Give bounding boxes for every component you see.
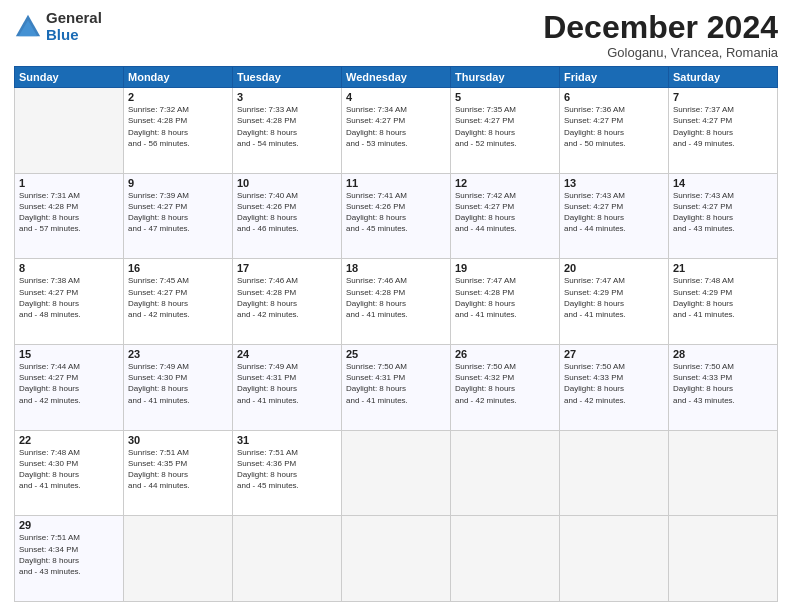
table-row xyxy=(15,88,124,174)
calendar-week-2: 8Sunrise: 7:38 AMSunset: 4:27 PMDaylight… xyxy=(15,259,778,345)
day-number: 22 xyxy=(19,434,119,446)
day-info: Sunrise: 7:43 AMSunset: 4:27 PMDaylight:… xyxy=(564,191,626,234)
col-thursday: Thursday xyxy=(451,67,560,88)
day-info: Sunrise: 7:50 AMSunset: 4:31 PMDaylight:… xyxy=(346,362,408,405)
day-info: Sunrise: 7:51 AMSunset: 4:34 PMDaylight:… xyxy=(19,533,81,576)
day-number: 14 xyxy=(673,177,773,189)
col-sunday: Sunday xyxy=(15,67,124,88)
day-number: 8 xyxy=(19,262,119,274)
day-info: Sunrise: 7:31 AMSunset: 4:28 PMDaylight:… xyxy=(19,191,81,234)
table-row: 24Sunrise: 7:49 AMSunset: 4:31 PMDayligh… xyxy=(233,345,342,431)
table-row: 4Sunrise: 7:34 AMSunset: 4:27 PMDaylight… xyxy=(342,88,451,174)
table-row: 28Sunrise: 7:50 AMSunset: 4:33 PMDayligh… xyxy=(669,345,778,431)
day-info: Sunrise: 7:44 AMSunset: 4:27 PMDaylight:… xyxy=(19,362,81,405)
table-row: 10Sunrise: 7:40 AMSunset: 4:26 PMDayligh… xyxy=(233,173,342,259)
day-number: 6 xyxy=(564,91,664,103)
day-info: Sunrise: 7:34 AMSunset: 4:27 PMDaylight:… xyxy=(346,105,408,148)
day-number: 29 xyxy=(19,519,119,531)
day-number: 12 xyxy=(455,177,555,189)
day-number: 26 xyxy=(455,348,555,360)
table-row: 2Sunrise: 7:32 AMSunset: 4:28 PMDaylight… xyxy=(124,88,233,174)
day-number: 5 xyxy=(455,91,555,103)
day-info: Sunrise: 7:33 AMSunset: 4:28 PMDaylight:… xyxy=(237,105,299,148)
day-number: 4 xyxy=(346,91,446,103)
table-row: 17Sunrise: 7:46 AMSunset: 4:28 PMDayligh… xyxy=(233,259,342,345)
calendar-week-1: 1Sunrise: 7:31 AMSunset: 4:28 PMDaylight… xyxy=(15,173,778,259)
day-number: 21 xyxy=(673,262,773,274)
day-number: 3 xyxy=(237,91,337,103)
day-info: Sunrise: 7:43 AMSunset: 4:27 PMDaylight:… xyxy=(673,191,735,234)
table-row: 3Sunrise: 7:33 AMSunset: 4:28 PMDaylight… xyxy=(233,88,342,174)
day-number: 13 xyxy=(564,177,664,189)
day-number: 10 xyxy=(237,177,337,189)
table-row xyxy=(669,430,778,516)
table-row: 1Sunrise: 7:31 AMSunset: 4:28 PMDaylight… xyxy=(15,173,124,259)
day-info: Sunrise: 7:37 AMSunset: 4:27 PMDaylight:… xyxy=(673,105,735,148)
day-number: 25 xyxy=(346,348,446,360)
logo: General Blue xyxy=(14,10,102,43)
table-row: 30Sunrise: 7:51 AMSunset: 4:35 PMDayligh… xyxy=(124,430,233,516)
calendar-week-5: 29Sunrise: 7:51 AMSunset: 4:34 PMDayligh… xyxy=(15,516,778,602)
day-number: 28 xyxy=(673,348,773,360)
table-row xyxy=(233,516,342,602)
header: General Blue December 2024 Gologanu, Vra… xyxy=(14,10,778,60)
day-info: Sunrise: 7:47 AMSunset: 4:29 PMDaylight:… xyxy=(564,276,626,319)
title-block: December 2024 Gologanu, Vrancea, Romania xyxy=(543,10,778,60)
day-info: Sunrise: 7:48 AMSunset: 4:29 PMDaylight:… xyxy=(673,276,735,319)
table-row: 31Sunrise: 7:51 AMSunset: 4:36 PMDayligh… xyxy=(233,430,342,516)
day-info: Sunrise: 7:38 AMSunset: 4:27 PMDaylight:… xyxy=(19,276,81,319)
table-row xyxy=(560,430,669,516)
table-row: 14Sunrise: 7:43 AMSunset: 4:27 PMDayligh… xyxy=(669,173,778,259)
table-row: 18Sunrise: 7:46 AMSunset: 4:28 PMDayligh… xyxy=(342,259,451,345)
day-number: 7 xyxy=(673,91,773,103)
table-row: 12Sunrise: 7:42 AMSunset: 4:27 PMDayligh… xyxy=(451,173,560,259)
table-row xyxy=(342,430,451,516)
table-row xyxy=(451,430,560,516)
day-info: Sunrise: 7:39 AMSunset: 4:27 PMDaylight:… xyxy=(128,191,190,234)
day-number: 20 xyxy=(564,262,664,274)
day-number: 9 xyxy=(128,177,228,189)
table-row: 29Sunrise: 7:51 AMSunset: 4:34 PMDayligh… xyxy=(15,516,124,602)
day-number: 17 xyxy=(237,262,337,274)
calendar-table: Sunday Monday Tuesday Wednesday Thursday… xyxy=(14,66,778,602)
table-row: 21Sunrise: 7:48 AMSunset: 4:29 PMDayligh… xyxy=(669,259,778,345)
table-row xyxy=(124,516,233,602)
day-info: Sunrise: 7:42 AMSunset: 4:27 PMDaylight:… xyxy=(455,191,517,234)
table-row: 20Sunrise: 7:47 AMSunset: 4:29 PMDayligh… xyxy=(560,259,669,345)
day-info: Sunrise: 7:51 AMSunset: 4:35 PMDaylight:… xyxy=(128,448,190,491)
table-row: 23Sunrise: 7:49 AMSunset: 4:30 PMDayligh… xyxy=(124,345,233,431)
table-row: 25Sunrise: 7:50 AMSunset: 4:31 PMDayligh… xyxy=(342,345,451,431)
day-info: Sunrise: 7:41 AMSunset: 4:26 PMDaylight:… xyxy=(346,191,408,234)
day-number: 31 xyxy=(237,434,337,446)
logo-general-text: General xyxy=(46,10,102,27)
table-row: 13Sunrise: 7:43 AMSunset: 4:27 PMDayligh… xyxy=(560,173,669,259)
table-row: 5Sunrise: 7:35 AMSunset: 4:27 PMDaylight… xyxy=(451,88,560,174)
month-title: December 2024 xyxy=(543,10,778,45)
day-info: Sunrise: 7:46 AMSunset: 4:28 PMDaylight:… xyxy=(346,276,408,319)
day-info: Sunrise: 7:47 AMSunset: 4:28 PMDaylight:… xyxy=(455,276,517,319)
calendar-week-4: 22Sunrise: 7:48 AMSunset: 4:30 PMDayligh… xyxy=(15,430,778,516)
calendar-body: 2Sunrise: 7:32 AMSunset: 4:28 PMDaylight… xyxy=(15,88,778,602)
day-info: Sunrise: 7:51 AMSunset: 4:36 PMDaylight:… xyxy=(237,448,299,491)
day-number: 16 xyxy=(128,262,228,274)
day-number: 27 xyxy=(564,348,664,360)
location: Gologanu, Vrancea, Romania xyxy=(543,45,778,60)
table-row: 27Sunrise: 7:50 AMSunset: 4:33 PMDayligh… xyxy=(560,345,669,431)
table-row: 7Sunrise: 7:37 AMSunset: 4:27 PMDaylight… xyxy=(669,88,778,174)
day-number: 30 xyxy=(128,434,228,446)
table-row: 16Sunrise: 7:45 AMSunset: 4:27 PMDayligh… xyxy=(124,259,233,345)
col-tuesday: Tuesday xyxy=(233,67,342,88)
day-info: Sunrise: 7:40 AMSunset: 4:26 PMDaylight:… xyxy=(237,191,299,234)
day-number: 11 xyxy=(346,177,446,189)
col-monday: Monday xyxy=(124,67,233,88)
day-number: 1 xyxy=(19,177,119,189)
day-info: Sunrise: 7:35 AMSunset: 4:27 PMDaylight:… xyxy=(455,105,517,148)
col-wednesday: Wednesday xyxy=(342,67,451,88)
table-row: 11Sunrise: 7:41 AMSunset: 4:26 PMDayligh… xyxy=(342,173,451,259)
col-friday: Friday xyxy=(560,67,669,88)
day-number: 15 xyxy=(19,348,119,360)
table-row: 22Sunrise: 7:48 AMSunset: 4:30 PMDayligh… xyxy=(15,430,124,516)
day-number: 23 xyxy=(128,348,228,360)
day-info: Sunrise: 7:46 AMSunset: 4:28 PMDaylight:… xyxy=(237,276,299,319)
logo-text: General Blue xyxy=(46,10,102,43)
